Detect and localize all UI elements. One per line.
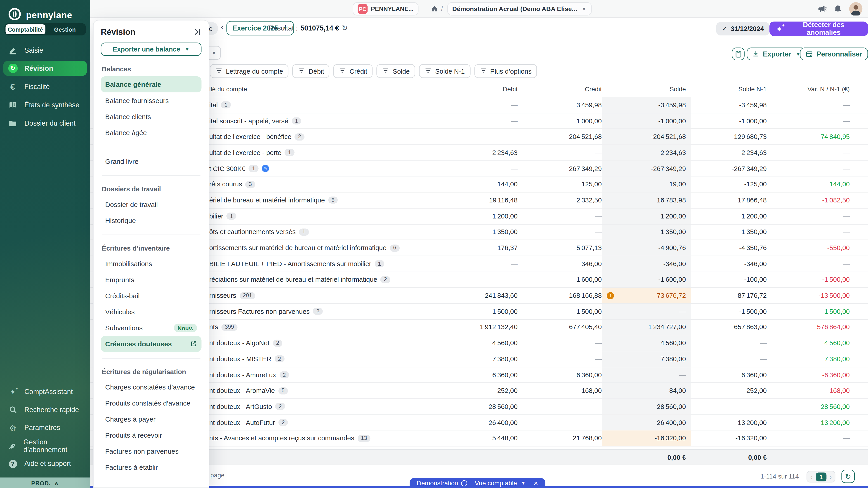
panel-item-cr-dits-bail[interactable]: Crédits-bail — [101, 288, 202, 304]
home-icon[interactable] — [431, 5, 438, 15]
panel-item-charges-payer[interactable]: Charges à payer — [101, 411, 202, 427]
filter-icon — [215, 67, 223, 75]
credit-cell: 5 077,13 — [518, 244, 602, 252]
entry-count-badge: 1 — [299, 228, 309, 236]
panel-item-historique[interactable]: Historique — [101, 213, 202, 228]
sidebar-item-label: Révision — [24, 64, 53, 72]
company-name: PENNYLANE... — [371, 5, 414, 12]
solde-value: -1 000,00 — [658, 117, 686, 125]
previous-exercise-icon[interactable]: ‹ — [221, 23, 223, 31]
panel-item-balance-fournisseurs[interactable]: Balance fournisseurs — [101, 92, 202, 108]
sidebar-item--tats-de-synth-se[interactable]: États de synthèse — [3, 96, 87, 114]
panel-item-balance-g-e[interactable]: Balance âgée — [101, 125, 202, 140]
panel-item-factures-tablir[interactable]: Factures à établir — [101, 459, 202, 475]
sidebar-item-comptassistant[interactable]: ✦✦ComptAssistant — [3, 383, 87, 401]
panel-item-dossier-de-travail[interactable]: Dossier de travail — [101, 196, 202, 213]
user-avatar[interactable] — [849, 2, 863, 18]
company-avatar-badge: PC — [358, 4, 368, 14]
panel-item-factures-non-parvenues[interactable]: Factures non parvenues — [101, 443, 202, 459]
solde-n1-cell: -1 500,00 — [691, 307, 767, 315]
panel-item-emprunts[interactable]: Emprunts — [101, 271, 202, 288]
sidebar-item-dossier-du-client[interactable]: Dossier du client — [3, 114, 87, 132]
dossier-selector[interactable]: Démonstration Acrual (Demo ABA Elise... … — [447, 2, 592, 15]
refresh-result-icon[interactable]: ↻ — [342, 24, 348, 32]
panel-item-label: Balance clients — [105, 112, 151, 120]
panel-item-charges-constat-es-d-avance[interactable]: Charges constatées d’avance — [101, 379, 202, 395]
sidebar-item-param-tres[interactable]: ⚙Paramètres — [3, 419, 87, 437]
panel-section-label: Écritures d’inventaire — [102, 245, 202, 252]
filter-icon — [339, 67, 346, 75]
result-value: 501075,14 € — [301, 24, 339, 32]
help-icon: ? — [8, 459, 18, 468]
account-label: t CIC 300K€ — [209, 165, 246, 172]
panel-item-balance-clients[interactable]: Balance clients — [101, 108, 202, 125]
sidebar-item-fiscalit-[interactable]: €Fiscalité — [3, 77, 87, 96]
filter-chip-solde[interactable]: Solde — [377, 64, 415, 78]
solde-cell: -1 600,00 — [602, 272, 691, 287]
current-page[interactable]: 1 — [816, 472, 827, 481]
filter-chip-cr-dit[interactable]: Crédit — [333, 64, 373, 78]
company-switcher[interactable]: PC PENNYLANE... — [352, 2, 418, 15]
column-header-solde[interactable]: Solde — [602, 86, 691, 92]
collapse-panel-icon[interactable] — [193, 28, 202, 36]
entry-count-badge: 1 — [226, 213, 236, 220]
copy-to-clipboard-button[interactable] — [732, 48, 745, 60]
sidebar-item-aide-et-support[interactable]: ?Aide et support — [3, 455, 87, 473]
export-balance-button[interactable]: Exporter une balance ▼ — [101, 43, 202, 56]
panel-item-grand-livre[interactable]: Grand livre — [101, 153, 202, 169]
solde-cell: 1 234 727,00 — [602, 320, 691, 335]
panel-item-subventions[interactable]: SubventionsNouv. — [101, 320, 202, 336]
notifications-bell-icon[interactable] — [833, 4, 843, 15]
toggle-comptabilite[interactable]: Comptabilité — [5, 24, 45, 34]
sidebar-item-saisie[interactable]: Saisie — [3, 41, 87, 59]
export-button[interactable]: Exporter ▼ — [747, 48, 806, 60]
filter-chip-lettrage-du-compte[interactable]: Lettrage du compte — [210, 64, 289, 78]
solde-cell: 19,00 — [602, 177, 691, 192]
debit-cell: 4 560,00 — [434, 339, 518, 347]
filter-chip-plus-d-options[interactable]: Plus d’options — [474, 64, 537, 78]
close-banner-icon[interactable]: ✕ — [533, 480, 538, 486]
next-page-icon[interactable]: › — [828, 473, 833, 480]
solde-n1-cell: 2 234,63 — [691, 149, 767, 157]
filter-chip-d-bit[interactable]: Débit — [292, 64, 330, 78]
sidebar-item-r-vision[interactable]: ↻Révision — [3, 61, 87, 76]
refresh-table-button[interactable]: ↻ — [841, 470, 855, 483]
credit-cell: 1 500,00 — [518, 307, 602, 315]
panel-item-cr-ances-douteuses[interactable]: Créances douteuses — [101, 336, 202, 352]
panel-item-produits-recevoir[interactable]: Produits à recevoir — [101, 427, 202, 443]
panel-item-label: Dossier de travail — [105, 201, 158, 208]
debit-cell: 2 234,63 — [434, 149, 518, 157]
closing-date-pill[interactable]: ✓ 31/12/2024 — [716, 22, 770, 35]
column-header-cr-dit[interactable]: Crédit — [518, 86, 602, 92]
column-header-d-bit[interactable]: Débit — [434, 86, 518, 92]
credit-cell: 125,00 — [518, 181, 602, 188]
sidebar-item-label: États de synthèse — [24, 101, 79, 109]
panel-item-v-hicules[interactable]: Véhicules — [101, 304, 202, 320]
prod-environment-bar[interactable]: PROD.∧ — [0, 477, 90, 488]
solde-value: — — [679, 307, 686, 315]
panel-item-label: Grand livre — [105, 158, 138, 165]
variation-cell: 144,00 — [767, 181, 850, 188]
panel-item-immobilisations[interactable]: Immobilisations — [101, 256, 202, 271]
previous-page-icon[interactable]: ‹ — [809, 473, 814, 480]
view-selector[interactable]: Vue comptable▼ — [475, 480, 526, 486]
sidebar-item-recherche-rapide[interactable]: Recherche rapide — [3, 401, 87, 419]
customize-button[interactable]: Personnaliser — [800, 48, 868, 60]
panel-item-balance-g-n-rale[interactable]: Balance générale — [101, 76, 202, 92]
sidebar-item-label: Paramètres — [24, 424, 60, 432]
warning-icon[interactable]: ! — [607, 292, 614, 299]
panel-item-produits-constat-s-d-avance[interactable]: Produits constatés d’avance — [101, 395, 202, 411]
column-header-solde-n-1[interactable]: Solde N-1 — [691, 86, 767, 92]
panel-item-label: Subventions — [105, 324, 143, 332]
rocket-icon — [8, 442, 17, 450]
announcements-icon[interactable] — [817, 4, 827, 15]
detect-anomalies-button[interactable]: ✦✦ Détecter des anomalies — [770, 22, 868, 36]
filter-chip-solde-n-1[interactable]: Solde N-1 — [419, 64, 470, 78]
column-header-var-n-n-1-[interactable]: Var. N / N-1 (€) — [767, 86, 850, 92]
panel-item-label: Produits à recevoir — [105, 431, 162, 439]
info-icon[interactable]: i — [461, 480, 467, 486]
solde-cell: -3 459,98 — [602, 97, 691, 113]
sidebar-item-gestion-d-abonnement[interactable]: Gestion d’abonnement — [3, 437, 87, 455]
note-icon[interactable]: ✎ — [262, 165, 269, 172]
toggle-gestion[interactable]: Gestion — [45, 24, 85, 34]
